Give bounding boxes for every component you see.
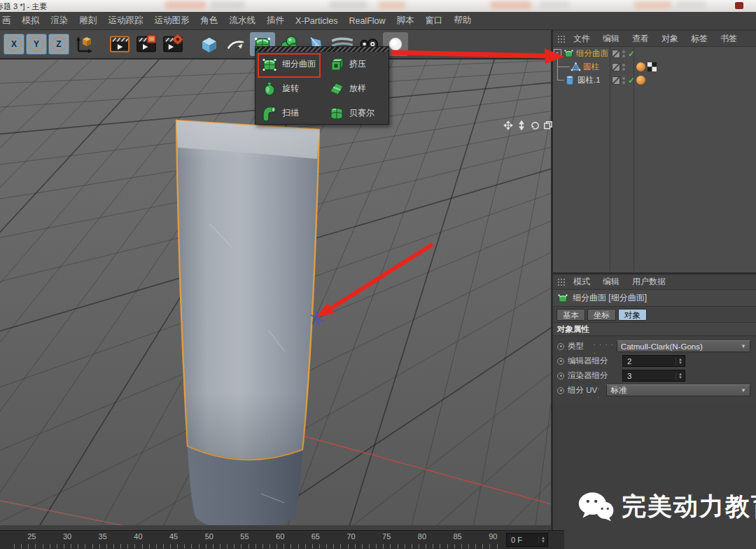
om-menu-item[interactable]: 文件: [567, 33, 596, 45]
am-menu-item[interactable]: 用户数据: [626, 276, 672, 288]
render-picture-viewer-button[interactable]: [134, 32, 159, 56]
type-dropdown[interactable]: Catmull-Clark(N-Gons) ▼: [617, 340, 750, 352]
menu-item[interactable]: RealFlow: [343, 16, 391, 26]
rotate-view-icon[interactable]: [529, 120, 540, 130]
current-frame-field[interactable]: 0 F ▲▼: [506, 533, 548, 547]
om-menu-item[interactable]: 书签: [714, 33, 743, 45]
stepper-arrows-icon[interactable]: ▲▼: [538, 536, 547, 543]
menu-item[interactable]: 插件: [261, 15, 290, 27]
menu-item[interactable]: 渲染: [46, 15, 74, 27]
property-label: 类型: [568, 341, 594, 352]
layer-toggle[interactable]: [612, 63, 620, 71]
menu-item-extrude[interactable]: 挤压: [323, 52, 390, 76]
right-panel: 文件 编辑 查看 对象 标签 书签 - 细分曲面: [553, 32, 756, 549]
stepper-arrows-icon[interactable]: ▲▼: [676, 373, 685, 380]
object-row-cylinder-child[interactable]: 圆柱: [553, 60, 756, 74]
material-tag[interactable]: [636, 76, 645, 85]
menu-item[interactable]: 运动跟踪: [103, 15, 149, 27]
panel-grip-icon[interactable]: [557, 35, 566, 43]
visibility-dots[interactable]: [622, 50, 625, 57]
om-menu-item[interactable]: 标签: [685, 33, 714, 45]
property-row-editor-subdivision: 编辑器细分 2 ▲▼: [553, 354, 756, 368]
menu-item-bezier[interactable]: 贝赛尔: [323, 101, 390, 125]
timeline-ruler[interactable]: 2530 3540 4550 5560 6570 7580 8590: [0, 531, 511, 549]
spline-pen-button[interactable]: [223, 32, 248, 56]
render-view-icon: [108, 34, 131, 55]
subdivision-surface-icon: [564, 48, 574, 59]
menu-item[interactable]: 窗口: [420, 15, 449, 27]
layer-toggle[interactable]: [612, 76, 620, 85]
timeline-tick-marks: [14, 544, 504, 548]
menu-item[interactable]: 画: [0, 15, 17, 27]
material-tag[interactable]: [636, 62, 645, 71]
coordinate-system-button[interactable]: [71, 32, 96, 56]
render-view-button[interactable]: [107, 32, 132, 56]
menu-item[interactable]: 帮助: [449, 15, 477, 27]
property-label: 渲染器细分: [568, 370, 621, 381]
menu-item-subdivision-surface[interactable]: 细分曲面: [255, 52, 323, 76]
stepper-arrows-icon[interactable]: ▲▼: [676, 358, 685, 365]
menu-item[interactable]: 模拟: [17, 15, 46, 27]
om-menu-item[interactable]: 查看: [626, 33, 655, 45]
axis-lock-z-button[interactable]: Z: [48, 34, 69, 55]
object-row-subdivision-surface[interactable]: 细分曲面 ✓: [553, 47, 756, 60]
close-icon[interactable]: [735, 2, 743, 9]
enabled-check[interactable]: ✓: [628, 76, 635, 85]
axis-lock-y-button[interactable]: Y: [26, 34, 47, 55]
tab-basic[interactable]: 基本: [556, 309, 585, 321]
om-menu-item[interactable]: 编辑: [596, 33, 626, 45]
viewport-3d[interactable]: 网格间距 : 100 cm: [0, 59, 552, 525]
visibility-dots[interactable]: [622, 64, 625, 71]
layer-toggle[interactable]: [612, 50, 620, 58]
panel-grip-icon[interactable]: [557, 278, 566, 286]
menu-item[interactable]: 脚本: [391, 15, 420, 27]
toggle-view-icon[interactable]: [542, 120, 552, 130]
keyframe-circle-icon[interactable]: [557, 358, 564, 365]
menu-item-lathe[interactable]: 旋转: [255, 76, 323, 101]
title-bar[interactable]: 标题 3 *] - 主要: [0, 0, 756, 12]
uvw-tag[interactable]: [648, 62, 657, 71]
add-primitive-cube-button[interactable]: [197, 32, 222, 56]
menu-item[interactable]: 流水线: [224, 15, 262, 27]
pan-view-icon[interactable]: [503, 120, 514, 130]
menu-item[interactable]: X-Particles: [290, 16, 343, 26]
keyframe-circle-icon[interactable]: [557, 343, 564, 350]
render-subdivision-field[interactable]: 3 ▲▼: [622, 370, 685, 382]
axis-y-label: Y: [29, 36, 44, 52]
menu-item[interactable]: 角色: [195, 15, 224, 27]
blurred-taskbar-item: [634, 1, 672, 9]
menu-item[interactable]: 运动图形: [149, 15, 195, 27]
keyframe-circle-icon[interactable]: [557, 387, 564, 394]
subdivision-surface-icon: [557, 293, 568, 304]
menu-item[interactable]: 雕刻: [74, 15, 103, 27]
om-menu-item[interactable]: 对象: [655, 33, 685, 45]
tab-object[interactable]: 对象: [618, 309, 647, 321]
menu-item-label: 旋转: [282, 83, 299, 95]
enabled-check[interactable]: ✓: [628, 49, 635, 59]
menu-item-loft[interactable]: 放样: [323, 76, 390, 101]
menu-tearoff-handle[interactable]: [255, 47, 388, 52]
keyframe-circle-icon[interactable]: [557, 373, 564, 380]
am-menu-item[interactable]: 编辑: [596, 276, 626, 288]
primitive-cube-icon: [199, 34, 220, 55]
object-row-cylinder-1[interactable]: 圆柱.1 ✓: [553, 74, 756, 87]
dropdown-value: 标准: [610, 385, 626, 396]
subdivide-uv-dropdown[interactable]: 标准 ▼: [606, 384, 750, 396]
tab-coordinates[interactable]: 坐标: [587, 309, 616, 321]
visibility-dots[interactable]: [622, 77, 625, 84]
blurred-taskbar-item: [539, 1, 570, 9]
field-value: 3: [627, 372, 631, 380]
render-settings-button[interactable]: [160, 32, 186, 56]
am-menu-item[interactable]: 模式: [567, 276, 596, 288]
zoom-view-icon[interactable]: [516, 120, 527, 130]
menu-item-label: 放样: [349, 83, 366, 95]
menu-item-sweep[interactable]: 扫描: [255, 101, 323, 125]
editor-subdivision-field[interactable]: 2 ▲▼: [622, 355, 685, 367]
spline-pen-icon: [225, 34, 246, 55]
blurred-taskbar-item: [164, 1, 206, 9]
blurred-taskbar-item: [676, 1, 707, 9]
generator-dropdown-menu: 细分曲面 挤压 旋转: [255, 46, 389, 125]
axis-lock-x-button[interactable]: X: [4, 34, 24, 55]
cylinder-icon: [565, 75, 575, 85]
object-tree: - 细分曲面 ✓: [553, 47, 756, 272]
